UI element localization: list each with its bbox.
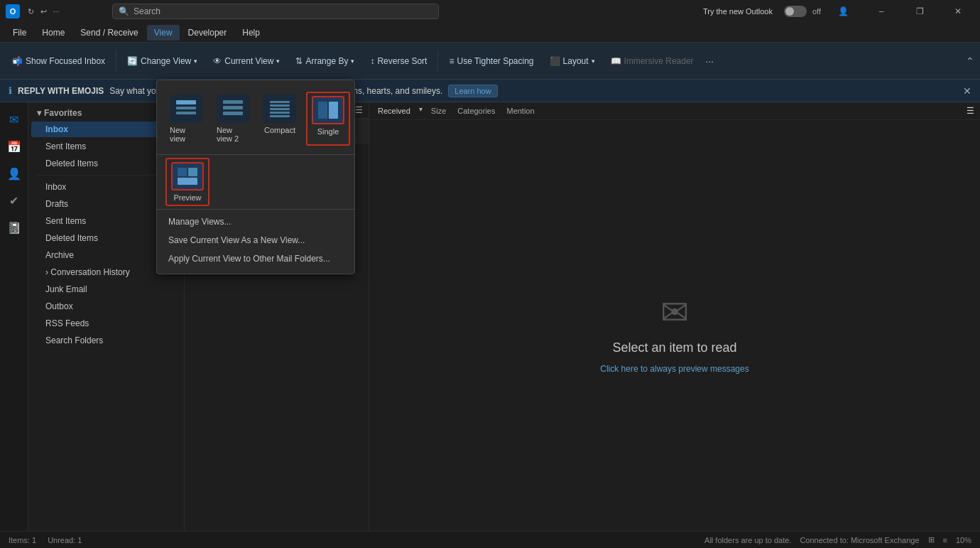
view-switcher-icon[interactable]: ⊞: [928, 535, 935, 544]
more-icon[interactable]: ···: [51, 6, 61, 16]
svg-rect-15: [178, 178, 197, 185]
menu-send-receive[interactable]: Send / Receive: [73, 25, 145, 41]
layout-chevron: ▾: [592, 58, 595, 65]
refresh-icon[interactable]: ↻: [26, 6, 36, 16]
view-option-preview[interactable]: Preview: [165, 158, 209, 206]
filter-columns-icon[interactable]: ☰: [967, 106, 974, 116]
notes-nav-icon[interactable]: 📓: [3, 216, 26, 239]
title-bar: O ↻ ↩ ··· 🔍 Search Try the new Outlook o…: [0, 0, 980, 23]
current-view-label: Current View: [224, 56, 273, 66]
change-view-chevron: ▾: [194, 58, 197, 65]
show-focused-inbox-button[interactable]: 📬 Show Focused Inbox: [6, 53, 111, 70]
immersive-reader-label: Immersive Reader: [624, 56, 694, 66]
user-avatar[interactable]: 👤: [827, 0, 859, 23]
single-icon: [312, 96, 344, 124]
svg-rect-14: [188, 168, 197, 176]
email-column-header: Received ▾ Size Categories Mention ☰: [369, 102, 980, 120]
always-preview-link[interactable]: Click here to always preview messages: [600, 364, 748, 374]
ribbon: 📬 Show Focused Inbox 🔄 Change View ▾ 👁 C…: [0, 43, 980, 80]
ribbon-more-button[interactable]: ···: [706, 55, 714, 67]
new-outlook-toggle[interactable]: [784, 6, 807, 17]
folders-status: All folders are up to date.: [704, 536, 791, 544]
toggle-off-label: off: [812, 7, 821, 16]
col-received[interactable]: Received: [375, 105, 413, 117]
restore-button[interactable]: ❐: [903, 0, 936, 23]
filter-icon[interactable]: ☰: [355, 105, 363, 115]
apply-current-view-item[interactable]: Apply Current View to Other Mail Folders…: [157, 249, 354, 268]
menu-file[interactable]: File: [6, 25, 33, 41]
info-bar-close-button[interactable]: ✕: [963, 85, 971, 97]
immersive-reader-button[interactable]: 📖 Immersive Reader: [604, 53, 700, 70]
col-size[interactable]: Size: [428, 105, 449, 117]
empty-state: ✉ Select an item to read Click here to a…: [600, 120, 748, 545]
col-categories[interactable]: Categories: [454, 105, 498, 117]
menu-developer[interactable]: Developer: [181, 25, 234, 41]
current-view-button[interactable]: 👁 Current View ▾: [207, 53, 286, 70]
ribbon-collapse-button[interactable]: ⌃: [966, 55, 974, 67]
change-view-button[interactable]: 🔄 Change View ▾: [121, 53, 204, 70]
svg-rect-2: [176, 112, 196, 114]
tasks-nav-icon[interactable]: ✔: [3, 189, 26, 212]
col-mention[interactable]: Mention: [503, 105, 537, 117]
svg-rect-7: [270, 104, 290, 107]
current-view-icon: 👁: [213, 56, 222, 66]
minimize-button[interactable]: –: [865, 0, 898, 23]
search-box[interactable]: 🔍 Search: [112, 4, 439, 19]
svg-rect-5: [223, 112, 243, 115]
calendar-nav-icon[interactable]: 📅: [3, 135, 26, 158]
current-view-chevron: ▾: [276, 58, 280, 65]
view-option-single[interactable]: Single: [306, 92, 350, 146]
ribbon-divider-1: [116, 50, 116, 72]
toggle-knob: [785, 7, 794, 16]
reverse-sort-button[interactable]: ↕ Reverse Sort: [364, 53, 433, 70]
dropdown-divider: [157, 209, 354, 210]
search-icon: 🔍: [119, 6, 129, 16]
compact-label: Compact: [264, 126, 295, 134]
use-tighter-spacing-button[interactable]: ≡ Use Tighter Spacing: [442, 53, 540, 70]
layout-button[interactable]: ⬛ Layout ▾: [543, 53, 601, 70]
status-bar-right: All folders are up to date. Connected to…: [704, 535, 971, 544]
mail-nav-icon[interactable]: ✉: [3, 108, 26, 131]
preview-icon: [171, 162, 204, 190]
tighter-spacing-icon: ≡: [449, 56, 454, 66]
sidebar-item-outbox[interactable]: Outbox: [31, 299, 181, 314]
sidebar-divider: [37, 175, 175, 176]
svg-rect-0: [176, 100, 196, 104]
view-option-new-view-2[interactable]: New view 2: [212, 92, 254, 146]
tighter-spacing-label: Use Tighter Spacing: [457, 56, 533, 66]
arrange-by-icon: ⇅: [295, 56, 303, 66]
svg-rect-4: [223, 106, 243, 109]
arrange-by-button[interactable]: ⇅ Arrange By ▾: [289, 53, 361, 70]
close-button[interactable]: ✕: [942, 0, 974, 23]
menu-view[interactable]: View: [147, 25, 180, 41]
try-new-outlook-label: Try the new Outlook: [703, 7, 773, 16]
arrange-by-label: Arrange By: [305, 56, 348, 66]
view-option-new-view[interactable]: New view: [165, 92, 207, 146]
sidebar-item-rss-feeds[interactable]: RSS Feeds: [31, 316, 181, 331]
contacts-nav-icon[interactable]: 👤: [3, 162, 26, 185]
manage-views-item[interactable]: Manage Views...: [157, 213, 354, 231]
save-current-view-item[interactable]: Save Current View As a New View...: [157, 231, 354, 249]
menu-bar: File Home Send / Receive View Developer …: [0, 23, 980, 43]
compact-icon: [263, 95, 296, 123]
status-bar: Items: 1 Unread: 1 All folders are up to…: [0, 531, 980, 548]
preview-row: Preview: [157, 155, 354, 206]
view-option-compact[interactable]: Compact: [259, 92, 300, 146]
app-icon: O: [6, 4, 20, 18]
layout-icon: ⬛: [550, 56, 560, 66]
empty-title: Select an item to read: [612, 340, 736, 355]
sidebar-item-search-folders[interactable]: Search Folders: [31, 333, 181, 348]
undo-icon[interactable]: ↩: [38, 6, 48, 16]
items-count: Items: 1: [9, 536, 36, 544]
new-view-icon: [170, 95, 202, 123]
learn-how-button[interactable]: Learn how: [448, 85, 497, 97]
info-bar: ℹ REPLY WITH EMOJIS Say what you mean an…: [0, 80, 980, 102]
list-view-icon[interactable]: ≡: [943, 536, 947, 544]
svg-rect-13: [178, 168, 187, 176]
menu-home[interactable]: Home: [35, 25, 72, 41]
change-view-icon: 🔄: [127, 56, 138, 66]
col-header-right: ☰: [967, 105, 974, 117]
new-view-2-icon: [217, 95, 249, 123]
sidebar-item-junk-email[interactable]: Junk Email: [31, 281, 181, 297]
menu-help[interactable]: Help: [235, 25, 267, 41]
